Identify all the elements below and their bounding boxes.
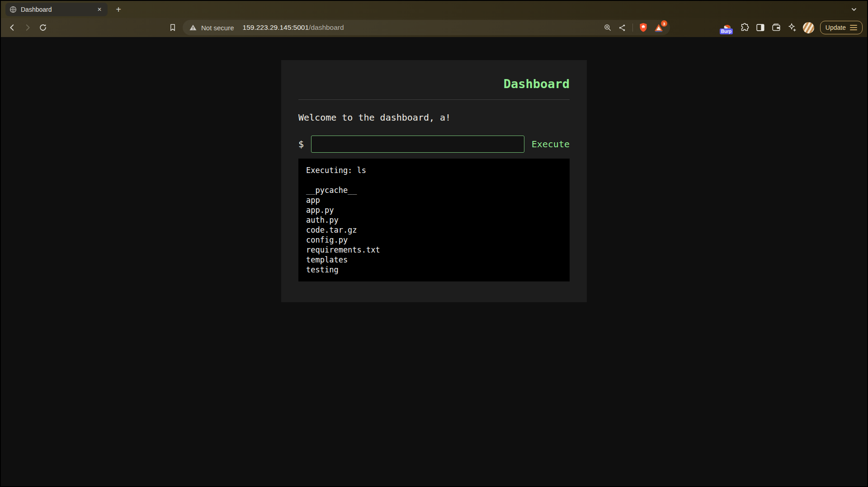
prompt-symbol: $ [298,139,304,150]
terminal-output: Executing: ls __pycache__ app app.py aut… [298,159,570,281]
share-icon[interactable] [618,23,627,32]
browser-window: Dashboard ✕ + Not secure 159.223.29.145:… [0,0,868,487]
toolbar-right-icons: Burp Update [720,20,863,35]
tab-title: Dashboard [21,6,91,13]
terminal-output-text: Executing: ls __pycache__ app app.py aut… [306,165,562,275]
security-label: Not secure [201,24,234,32]
new-tab-button[interactable]: + [112,3,125,16]
triangle-extension-badge: 3 [661,20,667,27]
burp-extension-badge: Burp [720,28,733,34]
triangle-extension-icon[interactable]: 3 [654,23,664,32]
address-bar-actions: 3 [603,23,664,33]
menu-hamburger-icon [850,25,857,30]
url-path: /dashboard [309,23,344,31]
leo-ai-sparkle-icon[interactable] [787,23,797,33]
tab-strip: Dashboard ✕ + [1,1,867,18]
update-menu-button[interactable]: Update [820,21,863,34]
brave-shield-icon[interactable] [639,23,648,33]
reload-button[interactable] [36,21,50,34]
url-text: 159.223.29.145:5001/dashboard [243,23,344,32]
command-prompt-row: $ Execute [298,136,570,153]
tab-search-chevron-down-icon[interactable] [848,4,860,15]
execute-button[interactable]: Execute [532,139,570,150]
tab-close-icon[interactable]: ✕ [95,5,104,14]
burp-extension-icon[interactable]: Burp [720,20,734,35]
zoom-in-icon[interactable] [603,23,612,32]
welcome-message: Welcome to the dashboard, a! [298,112,570,123]
web-page: Dashboard Welcome to the dashboard, a! $… [1,37,867,486]
extensions-puzzle-icon[interactable] [740,23,750,33]
address-bar-separator [632,23,633,32]
sidebar-icon[interactable] [755,23,765,33]
forward-button[interactable] [21,21,34,34]
update-label: Update [826,24,846,31]
browser-toolbar: Not secure 159.223.29.145:5001/dashboard… [1,18,867,37]
page-title: Dashboard [298,77,570,91]
tab-dashboard[interactable]: Dashboard ✕ [5,3,108,16]
address-bar[interactable]: Not secure 159.223.29.145:5001/dashboard… [183,20,670,35]
url-host: 159.223.29.145:5001 [243,23,309,31]
wallet-icon[interactable] [771,23,781,33]
globe-favicon-icon [9,6,17,13]
command-input[interactable] [311,136,524,153]
bookmark-icon[interactable] [166,21,179,34]
dashboard-card: Dashboard Welcome to the dashboard, a! $… [281,60,587,302]
profile-avatar[interactable] [803,22,814,33]
warning-triangle-icon [189,23,197,32]
title-divider [298,99,570,100]
back-button[interactable] [5,21,19,34]
